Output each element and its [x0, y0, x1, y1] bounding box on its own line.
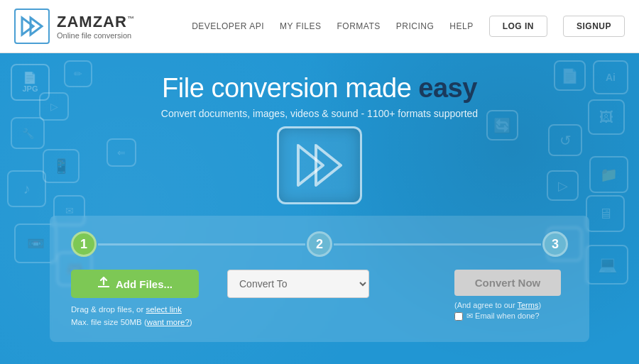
action-row: Add Files... Drag & drop files, or selec…	[71, 270, 568, 329]
bg-icon-note: ♪	[7, 170, 46, 207]
convert-now-button[interactable]: Convert Now	[454, 270, 561, 296]
hero-title: File conversion made easy	[162, 73, 477, 104]
bg-icon-laptop: 💻	[586, 245, 628, 285]
bg-icon-ai: Ai	[593, 60, 628, 94]
bg-icon-jpg: 📄 JPG	[11, 64, 50, 101]
step-1-col: Add Files... Drag & drop files, or selec…	[71, 270, 213, 329]
hero-section: 📄 JPG ✏ ▷ 🔧 📱 ♪ ✉ 📼 🎮 Ai 📄 🖼 ↺ 📁 ▷ 🖥 ♪ 💻…	[0, 53, 639, 364]
bg-icon-play2: ▷	[547, 170, 579, 201]
add-files-button[interactable]: Add Files...	[71, 270, 199, 298]
login-button[interactable]: LOG IN	[489, 16, 547, 37]
svg-marker-2	[298, 145, 323, 185]
bg-icon-image: 🖼	[588, 99, 625, 135]
upload-icon	[97, 277, 110, 291]
bg-icon-doc: 📄	[554, 60, 586, 91]
step-2-circle: 2	[307, 231, 332, 257]
bg-icon-rotate: 🔄	[486, 110, 518, 140]
step-3-col: Convert Now (And agree to our Terms) ✉ E…	[454, 270, 568, 321]
logo-area: ZAMZAR™ Online file conversion	[14, 9, 135, 44]
svg-marker-0	[22, 18, 33, 35]
logo-name: ZAMZAR™	[57, 13, 135, 31]
bg-icon-folder: 📁	[589, 156, 628, 193]
step-1-circle: 1	[71, 231, 97, 257]
terms-link[interactable]: Terms	[517, 301, 538, 309]
steps-row: 1 2 3	[71, 231, 568, 257]
step-2-col: Convert To	[227, 270, 440, 298]
step-3-circle: 3	[542, 231, 568, 257]
convert-to-select[interactable]: Convert To	[227, 270, 369, 298]
nav-formats[interactable]: FORMATS	[337, 21, 380, 31]
header: ZAMZAR™ Online file conversion DEVELOPER…	[0, 0, 639, 53]
bg-icon-play1: ▷	[39, 92, 69, 121]
logo-tagline: Online file conversion	[57, 31, 135, 40]
bg-icon-monitor: 🖥	[586, 195, 625, 232]
nav-developer-api[interactable]: DEVELOPER API	[192, 21, 264, 31]
svg-marker-3	[316, 145, 341, 185]
bg-icon-arrow: ⇐	[106, 138, 136, 167]
logo-text: ZAMZAR™ Online file conversion	[57, 13, 135, 40]
hero-subtitle: Convert documents, images, videos & soun…	[161, 108, 478, 119]
select-link[interactable]: select link	[146, 305, 182, 314]
bg-icon-mobile: 📱	[43, 149, 80, 183]
file-hint: Drag & drop files, or select link Max. f…	[71, 303, 192, 329]
step-panel: 1 2 3 Ad	[50, 216, 589, 342]
want-more-link[interactable]: want more?	[147, 318, 190, 326]
step-line-2	[334, 243, 541, 246]
main-nav: DEVELOPER API MY FILES FORMATS PRICING H…	[192, 16, 625, 37]
step-line-1	[98, 243, 305, 246]
center-logo	[277, 126, 362, 204]
nav-my-files[interactable]: MY FILES	[280, 21, 321, 31]
signup-button[interactable]: SIGNUP	[563, 16, 625, 37]
logo-icon	[14, 9, 50, 44]
email-checkbox[interactable]	[454, 312, 463, 321]
email-hint: ✉ Email when done?	[454, 311, 540, 321]
nav-help[interactable]: HELP	[449, 21, 473, 31]
bg-icon-pencil: ✏	[64, 60, 92, 87]
nav-pricing[interactable]: PRICING	[396, 21, 435, 31]
terms-hint: (And agree to our Terms)	[454, 301, 541, 309]
sketch-box	[277, 126, 362, 204]
bg-icon-wrench: 🔧	[11, 117, 45, 149]
bg-icon-refresh: ↺	[548, 124, 582, 156]
